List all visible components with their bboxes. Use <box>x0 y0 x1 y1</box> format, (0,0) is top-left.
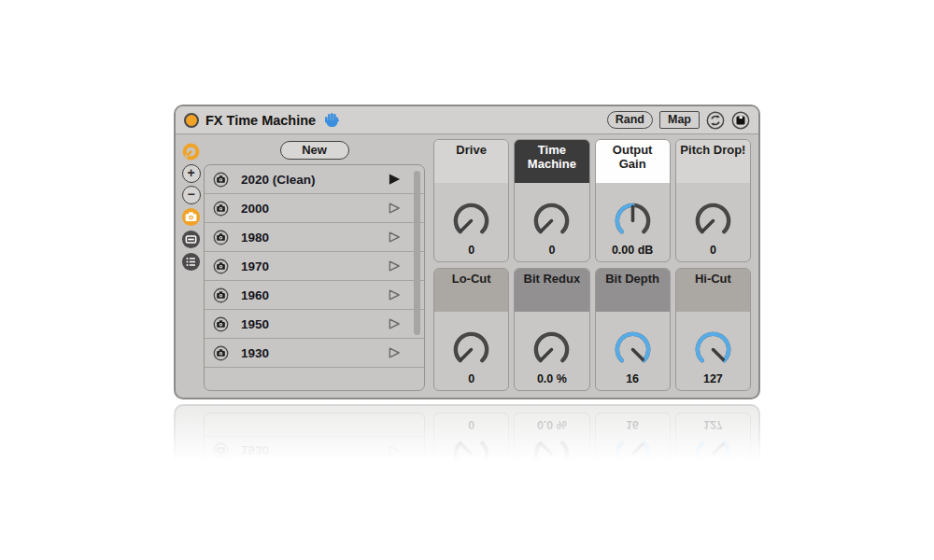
device-title-bar: FX Time Machine Rand Map <box>176 106 758 134</box>
macro-knob-zone: 0.0 % <box>515 312 588 390</box>
macro-row: Lo-Cut0Bit Redux0.0 %Bit Depth16Hi-Cut12… <box>433 268 751 391</box>
macro-knob[interactable] <box>611 199 655 243</box>
variation-row[interactable]: 1930 <box>205 339 424 368</box>
macro-title[interactable]: Lo-Cut <box>434 269 508 312</box>
macro-title[interactable]: Output Gain <box>596 140 670 183</box>
macro-knob[interactable] <box>530 199 573 243</box>
macro-knob-zone: 0 <box>676 183 750 261</box>
macro-knob[interactable] <box>530 328 573 371</box>
macro-cell: Lo-Cut0 <box>433 268 509 391</box>
macro-cell: Hi-Cut127 <box>675 268 751 391</box>
macro-value[interactable]: 0.0 % <box>537 372 567 385</box>
new-variation-button[interactable]: New <box>280 141 349 160</box>
launch-variation-icon[interactable] <box>388 259 402 273</box>
macro-knob[interactable] <box>449 199 493 243</box>
macro-cell: Drive0 <box>433 139 509 262</box>
launch-variation-icon[interactable] <box>388 231 402 244</box>
macro-knob-zone: 16 <box>596 312 670 390</box>
hot-swap-icon[interactable] <box>706 111 725 130</box>
variation-name: 1930 <box>241 346 388 360</box>
macro-value[interactable]: 0 <box>468 244 474 257</box>
new-variation-wrap: New <box>204 139 425 164</box>
macro-value[interactable]: 0 <box>710 244 716 257</box>
variation-name: 2020 (Clean) <box>241 173 388 187</box>
store-variation-camera-icon[interactable] <box>181 207 201 227</box>
macro-title[interactable]: Bit Redux <box>515 269 588 312</box>
macro-cell: Bit Depth16 <box>595 268 671 391</box>
fx-time-machine-device: FX Time Machine Rand Map <box>174 105 760 399</box>
variation-name: 2000 <box>241 202 388 216</box>
macro-title[interactable]: Pitch Drop! <box>676 140 750 183</box>
macro-knob-zone: 127 <box>676 312 750 390</box>
camera-icon <box>213 172 229 188</box>
macro-title[interactable]: Time Machine <box>515 140 588 183</box>
variation-row[interactable]: 1950 <box>205 310 424 339</box>
variation-row[interactable]: 2000 <box>205 194 424 223</box>
camera-icon <box>213 287 229 303</box>
camera-icon <box>213 345 229 361</box>
macro-knobs-toggle-icon[interactable] <box>181 142 201 161</box>
device-title: FX Time Machine <box>205 113 316 128</box>
variation-row[interactable]: 1970 <box>205 252 424 281</box>
camera-icon <box>213 230 229 245</box>
variation-name: 1950 <box>241 317 388 331</box>
macro-knob[interactable] <box>691 199 735 243</box>
macro-knob[interactable] <box>691 328 735 371</box>
empty-list-row <box>205 368 424 382</box>
macro-knob-zone: 0 <box>434 312 508 390</box>
add-macro-button[interactable]: + <box>182 164 201 183</box>
variation-name: 1960 <box>241 288 388 302</box>
launch-variation-icon[interactable] <box>388 346 402 359</box>
macro-title[interactable]: Bit Depth <box>596 269 670 312</box>
macro-value[interactable]: 0 <box>468 372 474 385</box>
camera-icon <box>213 259 229 274</box>
list-scrollbar[interactable] <box>414 171 420 335</box>
launch-variation-icon[interactable] <box>388 317 402 330</box>
save-preset-icon[interactable] <box>731 111 750 130</box>
device-reflection: FX Time Machine Rand Map <box>174 404 760 475</box>
camera-icon <box>213 316 229 332</box>
map-button[interactable]: Map <box>659 111 700 129</box>
macro-knob[interactable] <box>449 328 493 371</box>
macro-knob-zone: 0 <box>515 183 588 261</box>
macro-title[interactable]: Hi-Cut <box>676 269 750 312</box>
macro-value[interactable]: 0.00 dB <box>612 244 653 257</box>
variation-row[interactable]: 1960 <box>205 281 424 310</box>
device-activator-toggle[interactable] <box>184 113 199 128</box>
macro-cell: Output Gain0.00 dB <box>595 139 671 262</box>
macro-knob-zone: 0.00 dB <box>596 183 670 261</box>
launch-variation-icon[interactable] <box>388 288 402 301</box>
macro-knob-zone: 0 <box>434 183 508 261</box>
macro-controls-section: Drive0Time Machine0Output Gain0.00 dBPit… <box>433 139 751 391</box>
variation-row[interactable]: 2020 (Clean) <box>205 165 424 194</box>
macro-cell: Bit Redux0.0 % <box>514 268 589 391</box>
variations-list: 2020 (Clean)200019801970196019501930 <box>204 164 425 391</box>
hand-icon <box>324 111 340 129</box>
macro-row: Drive0Time Machine0Output Gain0.00 dBPit… <box>433 139 751 262</box>
macro-value[interactable]: 16 <box>626 372 639 385</box>
macro-knob[interactable] <box>611 328 655 371</box>
launch-variation-icon[interactable] <box>388 202 402 215</box>
macro-variations-section: New 2020 (Clean)200019801970196019501930 <box>204 139 425 391</box>
devices-toggle-icon[interactable] <box>181 230 201 249</box>
rack-sidebar: + − <box>178 139 204 391</box>
macro-value[interactable]: 127 <box>703 372 723 385</box>
device-body: + − <box>176 134 758 399</box>
rand-button[interactable]: Rand <box>607 111 653 129</box>
macro-value[interactable]: 0 <box>548 244 555 257</box>
variation-name: 1970 <box>241 259 388 273</box>
variation-name: 1980 <box>241 231 388 245</box>
variation-row[interactable]: 1980 <box>205 223 424 252</box>
remove-macro-button[interactable]: − <box>182 186 201 204</box>
launch-variation-icon[interactable] <box>388 173 402 186</box>
macro-title[interactable]: Drive <box>434 140 508 183</box>
macro-cell: Time Machine0 <box>514 139 589 262</box>
desktop-background: FX Time Machine Rand Map <box>0 0 934 560</box>
camera-icon <box>213 201 229 217</box>
macro-cell: Pitch Drop!0 <box>675 139 751 262</box>
chain-list-toggle-icon[interactable] <box>181 252 201 272</box>
